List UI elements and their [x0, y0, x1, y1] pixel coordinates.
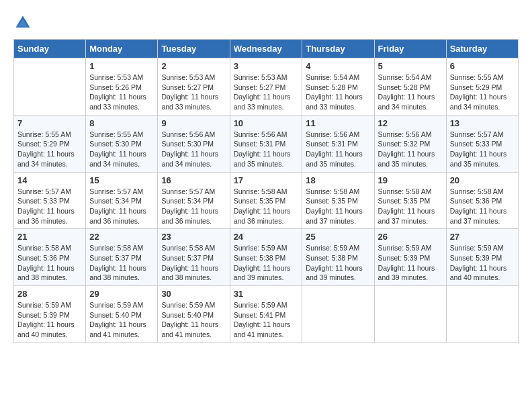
weekday-header: Friday [374, 40, 446, 58]
day-number: 3 [234, 61, 299, 71]
calendar-table: SundayMondayTuesdayWednesdayThursdayFrid… [13, 39, 519, 343]
calendar-cell: 4 Sunrise: 5:54 AMSunset: 5:28 PMDayligh… [302, 58, 374, 116]
logo [13, 13, 34, 32]
cell-info: Sunrise: 5:58 AMSunset: 5:35 PMDaylight:… [378, 187, 443, 226]
day-number: 20 [450, 175, 515, 185]
weekday-header: Tuesday [158, 40, 230, 58]
day-number: 17 [234, 175, 299, 185]
day-number: 5 [378, 61, 443, 71]
cell-info: Sunrise: 5:59 AMSunset: 5:41 PMDaylight:… [234, 300, 299, 340]
day-number: 13 [450, 118, 515, 128]
calendar-cell: 11 Sunrise: 5:56 AMSunset: 5:31 PMDaylig… [302, 115, 374, 172]
day-number: 10 [234, 118, 299, 128]
calendar-cell: 21 Sunrise: 5:58 AMSunset: 5:36 PMDaylig… [14, 229, 86, 286]
cell-info: Sunrise: 5:59 AMSunset: 5:40 PMDaylight:… [89, 300, 154, 340]
calendar-cell [446, 286, 518, 343]
day-number: 15 [89, 175, 154, 185]
cell-info: Sunrise: 5:58 AMSunset: 5:35 PMDaylight:… [306, 187, 370, 226]
calendar-week-row: 28 Sunrise: 5:59 AMSunset: 5:39 PMDaylig… [14, 286, 519, 343]
logo-icon [13, 13, 32, 32]
cell-info: Sunrise: 5:59 AMSunset: 5:38 PMDaylight:… [306, 243, 370, 283]
cell-info: Sunrise: 5:58 AMSunset: 5:37 PMDaylight:… [161, 243, 226, 283]
calendar-cell: 18 Sunrise: 5:58 AMSunset: 5:35 PMDaylig… [302, 172, 374, 229]
calendar-cell: 29 Sunrise: 5:59 AMSunset: 5:40 PMDaylig… [86, 286, 158, 343]
cell-info: Sunrise: 5:59 AMSunset: 5:39 PMDaylight:… [17, 300, 82, 340]
cell-info: Sunrise: 5:58 AMSunset: 5:36 PMDaylight:… [450, 187, 515, 226]
day-number: 25 [306, 232, 370, 242]
header-row: SundayMondayTuesdayWednesdayThursdayFrid… [14, 40, 519, 58]
calendar-cell: 8 Sunrise: 5:55 AMSunset: 5:30 PMDayligh… [86, 115, 158, 172]
day-number: 23 [161, 232, 226, 242]
day-number: 30 [161, 289, 226, 299]
day-number: 28 [17, 289, 82, 299]
cell-info: Sunrise: 5:58 AMSunset: 5:37 PMDaylight:… [89, 243, 154, 283]
day-number: 26 [378, 232, 443, 242]
calendar-week-row: 21 Sunrise: 5:58 AMSunset: 5:36 PMDaylig… [14, 229, 519, 286]
calendar-cell: 14 Sunrise: 5:57 AMSunset: 5:33 PMDaylig… [14, 172, 86, 229]
weekday-header: Saturday [446, 40, 518, 58]
cell-info: Sunrise: 5:57 AMSunset: 5:33 PMDaylight:… [17, 187, 82, 226]
calendar-cell: 23 Sunrise: 5:58 AMSunset: 5:37 PMDaylig… [158, 229, 230, 286]
calendar-cell: 6 Sunrise: 5:55 AMSunset: 5:29 PMDayligh… [446, 58, 518, 116]
weekday-header: Thursday [302, 40, 374, 58]
day-number: 19 [378, 175, 443, 185]
weekday-header: Wednesday [230, 40, 302, 58]
calendar-cell: 9 Sunrise: 5:56 AMSunset: 5:30 PMDayligh… [158, 115, 230, 172]
calendar-cell: 20 Sunrise: 5:58 AMSunset: 5:36 PMDaylig… [446, 172, 518, 229]
day-number: 8 [89, 118, 154, 128]
calendar-cell: 1 Sunrise: 5:53 AMSunset: 5:26 PMDayligh… [86, 58, 158, 116]
cell-info: Sunrise: 5:54 AMSunset: 5:28 PMDaylight:… [378, 73, 443, 112]
day-number: 27 [450, 232, 515, 242]
cell-info: Sunrise: 5:58 AMSunset: 5:35 PMDaylight:… [234, 187, 299, 226]
calendar-cell: 22 Sunrise: 5:58 AMSunset: 5:37 PMDaylig… [86, 229, 158, 286]
day-number: 9 [161, 118, 226, 128]
cell-info: Sunrise: 5:57 AMSunset: 5:34 PMDaylight:… [161, 187, 226, 226]
calendar-cell: 15 Sunrise: 5:57 AMSunset: 5:34 PMDaylig… [86, 172, 158, 229]
page-header [13, 13, 519, 32]
calendar-cell: 2 Sunrise: 5:53 AMSunset: 5:27 PMDayligh… [158, 58, 230, 116]
calendar-cell: 19 Sunrise: 5:58 AMSunset: 5:35 PMDaylig… [374, 172, 446, 229]
cell-info: Sunrise: 5:59 AMSunset: 5:38 PMDaylight:… [234, 243, 299, 283]
calendar-cell: 27 Sunrise: 5:59 AMSunset: 5:39 PMDaylig… [446, 229, 518, 286]
day-number: 16 [161, 175, 226, 185]
day-number: 22 [89, 232, 154, 242]
day-number: 14 [17, 175, 82, 185]
calendar-cell: 30 Sunrise: 5:59 AMSunset: 5:40 PMDaylig… [158, 286, 230, 343]
weekday-header: Sunday [14, 40, 86, 58]
cell-info: Sunrise: 5:53 AMSunset: 5:27 PMDaylight:… [234, 73, 299, 112]
calendar-cell [14, 58, 86, 116]
calendar-cell [302, 286, 374, 343]
cell-info: Sunrise: 5:58 AMSunset: 5:36 PMDaylight:… [17, 243, 82, 283]
day-number: 31 [234, 289, 299, 299]
calendar-cell: 31 Sunrise: 5:59 AMSunset: 5:41 PMDaylig… [230, 286, 302, 343]
day-number: 2 [161, 61, 226, 71]
cell-info: Sunrise: 5:56 AMSunset: 5:31 PMDaylight:… [306, 130, 370, 169]
calendar-cell: 13 Sunrise: 5:57 AMSunset: 5:33 PMDaylig… [446, 115, 518, 172]
calendar-cell: 5 Sunrise: 5:54 AMSunset: 5:28 PMDayligh… [374, 58, 446, 116]
cell-info: Sunrise: 5:57 AMSunset: 5:34 PMDaylight:… [89, 187, 154, 226]
cell-info: Sunrise: 5:54 AMSunset: 5:28 PMDaylight:… [306, 73, 370, 112]
day-number: 1 [89, 61, 154, 71]
cell-info: Sunrise: 5:59 AMSunset: 5:39 PMDaylight:… [450, 243, 515, 283]
day-number: 24 [234, 232, 299, 242]
cell-info: Sunrise: 5:55 AMSunset: 5:29 PMDaylight:… [450, 73, 515, 112]
weekday-header: Monday [86, 40, 158, 58]
day-number: 29 [89, 289, 154, 299]
cell-info: Sunrise: 5:55 AMSunset: 5:30 PMDaylight:… [89, 130, 154, 169]
cell-info: Sunrise: 5:59 AMSunset: 5:40 PMDaylight:… [161, 300, 226, 340]
day-number: 18 [306, 175, 370, 185]
calendar-cell: 28 Sunrise: 5:59 AMSunset: 5:39 PMDaylig… [14, 286, 86, 343]
calendar-cell: 12 Sunrise: 5:56 AMSunset: 5:32 PMDaylig… [374, 115, 446, 172]
day-number: 12 [378, 118, 443, 128]
calendar-cell: 3 Sunrise: 5:53 AMSunset: 5:27 PMDayligh… [230, 58, 302, 116]
cell-info: Sunrise: 5:57 AMSunset: 5:33 PMDaylight:… [450, 130, 515, 169]
cell-info: Sunrise: 5:56 AMSunset: 5:32 PMDaylight:… [378, 130, 443, 169]
day-number: 4 [306, 61, 370, 71]
calendar-cell: 26 Sunrise: 5:59 AMSunset: 5:39 PMDaylig… [374, 229, 446, 286]
day-number: 21 [17, 232, 82, 242]
calendar-cell: 7 Sunrise: 5:55 AMSunset: 5:29 PMDayligh… [14, 115, 86, 172]
calendar-week-row: 1 Sunrise: 5:53 AMSunset: 5:26 PMDayligh… [14, 58, 519, 116]
cell-info: Sunrise: 5:53 AMSunset: 5:27 PMDaylight:… [161, 73, 226, 112]
cell-info: Sunrise: 5:53 AMSunset: 5:26 PMDaylight:… [89, 73, 154, 112]
cell-info: Sunrise: 5:59 AMSunset: 5:39 PMDaylight:… [378, 243, 443, 283]
